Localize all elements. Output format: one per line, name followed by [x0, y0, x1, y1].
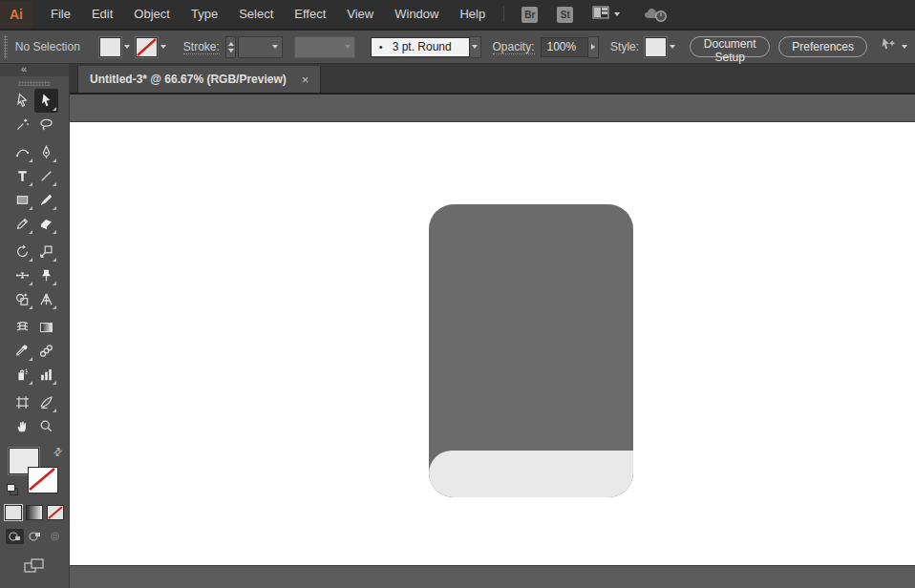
opacity-value: 100% — [547, 40, 577, 53]
panel-grip[interactable] — [4, 35, 8, 58]
main-menu: File Edit Object Type Select Effect View… — [40, 1, 496, 28]
line-segment-tool[interactable] — [34, 164, 58, 188]
workspace-layout-icon — [592, 6, 609, 23]
illustrator-window: Ai File Edit Object Type Select Effect V… — [0, 0, 915, 588]
artboard-tool[interactable] — [11, 390, 34, 414]
mesh-tool[interactable] — [11, 315, 34, 339]
curvature-tool[interactable] — [11, 140, 34, 164]
control-bar: No Selection Stroke: • 3 pt. Round — [0, 31, 915, 64]
fill-color-control[interactable] — [99, 37, 130, 57]
screen-mode-button[interactable] — [23, 557, 46, 578]
opacity-panel-link[interactable]: Opacity: — [493, 40, 535, 54]
symbol-sprayer-tool[interactable] — [11, 363, 34, 387]
document-tab-bar: Untitled-3* @ 66.67% (RGB/Preview) × — [70, 64, 915, 94]
stroke-panel-link[interactable]: Stroke: — [183, 40, 220, 54]
menu-edit[interactable]: Edit — [81, 1, 123, 28]
flyout-triangle-icon — [29, 381, 32, 385]
select-similar-control[interactable] — [879, 36, 907, 57]
artwork-rounded-rectangle[interactable] — [429, 204, 633, 497]
flyout-triangle-icon — [53, 305, 56, 309]
eyedropper-tool[interactable] — [11, 339, 34, 363]
menu-help[interactable]: Help — [449, 1, 496, 28]
flyout-triangle-icon — [29, 357, 32, 361]
type-tool[interactable] — [11, 164, 34, 188]
collapse-arrows-icon: « — [21, 63, 27, 74]
slice-tool[interactable] — [34, 390, 58, 414]
document-tab[interactable]: Untitled-3* @ 66.67% (RGB/Preview) × — [77, 66, 321, 93]
magic-wand-tool[interactable] — [11, 113, 34, 136]
scale-tool[interactable] — [34, 240, 58, 263]
lasso-tool[interactable] — [34, 113, 58, 136]
fill-color-swatch[interactable] — [99, 37, 121, 57]
puppet-warp-tool[interactable] — [34, 263, 58, 287]
column-graph-tool[interactable] — [34, 363, 58, 387]
blend-tool[interactable] — [34, 339, 58, 363]
stroke-color-control[interactable] — [136, 37, 166, 57]
chevron-down-icon — [472, 45, 478, 49]
none-fill-button[interactable] — [47, 505, 64, 520]
preferences-button[interactable]: Preferences — [778, 36, 867, 57]
creative-cloud-sync-icon[interactable] — [643, 6, 668, 23]
gradient-fill-button[interactable] — [26, 505, 43, 520]
zoom-tool[interactable] — [34, 414, 58, 438]
brush-definition-dropdown[interactable] — [470, 36, 481, 58]
swap-fill-stroke-icon[interactable]: ⇄ — [51, 445, 66, 460]
color-fill-button[interactable] — [5, 505, 22, 520]
style-label: Style: — [610, 40, 639, 53]
menu-bar: Ai File Edit Object Type Select Effect V… — [0, 0, 915, 31]
stroke-weight-select[interactable] — [238, 36, 282, 58]
chevron-down-icon — [160, 45, 166, 49]
menu-effect[interactable]: Effect — [284, 1, 336, 28]
pen-tool[interactable] — [34, 140, 58, 164]
stroke-weight-stepper[interactable] — [225, 36, 236, 58]
direct-selection-tool[interactable] — [34, 89, 58, 113]
gradient-swatch-icon — [40, 323, 53, 332]
variable-width-profile-select — [294, 36, 355, 58]
brush-name: 3 pt. Round — [393, 40, 452, 53]
stock-button[interactable]: St — [557, 7, 573, 23]
document-setup-button[interactable]: Document Setup — [690, 36, 770, 57]
stepper-down-icon[interactable] — [228, 49, 234, 52]
panel-collapse-button[interactable]: « — [0, 64, 69, 76]
stroke-swatch[interactable] — [28, 467, 58, 494]
stroke-none-swatch[interactable] — [136, 37, 158, 57]
style-swatch[interactable] — [645, 37, 667, 57]
flyout-triangle-icon — [29, 230, 32, 234]
default-fill-stroke-icon[interactable] — [7, 484, 18, 495]
bridge-button[interactable]: Br — [521, 7, 538, 23]
stepper-up-icon[interactable] — [228, 42, 234, 46]
menu-select[interactable]: Select — [228, 1, 284, 28]
width-tool[interactable] — [11, 263, 34, 287]
opacity-dropdown[interactable] — [588, 36, 599, 58]
tool-grid — [11, 89, 58, 438]
drawing-mode-buttons — [6, 529, 64, 544]
selection-tool[interactable] — [11, 89, 34, 113]
artwork-light-band[interactable] — [429, 451, 633, 497]
menu-object[interactable]: Object — [123, 1, 181, 28]
paintbrush-tool[interactable] — [34, 188, 58, 212]
gradient-tool[interactable] — [34, 315, 58, 339]
rectangle-tool[interactable] — [11, 188, 34, 212]
menu-window[interactable]: Window — [384, 1, 449, 28]
menu-file[interactable]: File — [40, 1, 81, 28]
eraser-tool[interactable] — [34, 212, 58, 236]
rotate-tool[interactable] — [11, 240, 34, 263]
hand-tool[interactable] — [11, 414, 34, 438]
draw-normal-button[interactable] — [6, 529, 24, 544]
menu-type[interactable]: Type — [181, 1, 228, 28]
draw-behind-button[interactable] — [26, 529, 44, 544]
perspective-grid-tool[interactable] — [34, 287, 58, 311]
brush-definition-field[interactable]: • 3 pt. Round — [371, 37, 470, 57]
shape-builder-tool[interactable] — [11, 287, 34, 311]
flyout-triangle-icon — [29, 182, 32, 186]
workspace-switcher[interactable] — [592, 6, 620, 23]
app-logo: Ai — [0, 1, 32, 28]
style-select[interactable] — [645, 37, 675, 57]
tool-panel-grip[interactable] — [18, 81, 51, 86]
close-tab-icon[interactable]: × — [302, 74, 309, 86]
chevron-down-icon — [272, 45, 278, 49]
menu-view[interactable]: View — [336, 1, 384, 28]
opacity-input[interactable]: 100% — [541, 37, 588, 57]
pencil-tool[interactable] — [11, 212, 34, 236]
flyout-triangle-icon — [29, 305, 32, 309]
